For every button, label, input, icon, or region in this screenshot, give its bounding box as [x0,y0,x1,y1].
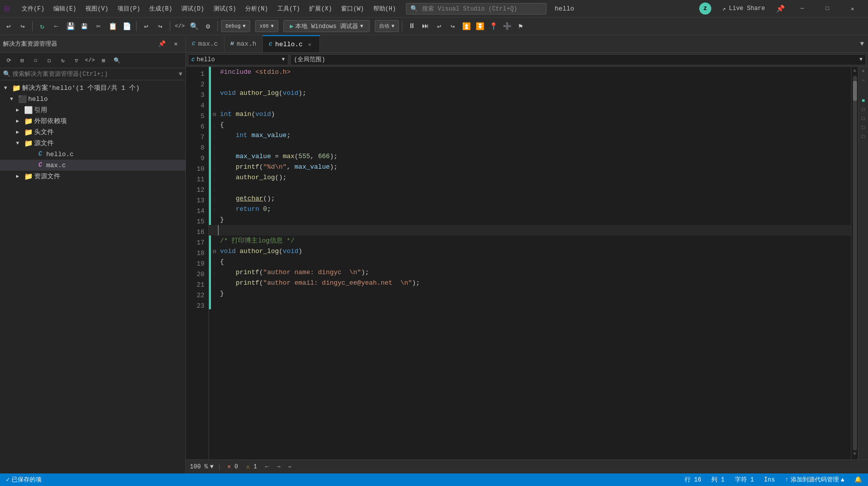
rt-btn-2[interactable]: − [859,78,867,86]
menu-tools[interactable]: 工具(T) [273,3,304,15]
debug-btn3[interactable]: ↩ [432,20,446,33]
se-search-btn[interactable]: 🔍 [111,54,124,67]
debug-btn9[interactable]: ⚑ [514,20,527,33]
save-btn[interactable]: 💾 [64,20,77,33]
hello-c-tab-close[interactable]: ✕ [305,40,313,48]
menu-window[interactable]: 窗口(W) [337,3,368,15]
minimize-button[interactable]: ─ [791,0,814,18]
menu-edit[interactable]: 编辑(E) [49,3,80,15]
se-search-dropdown[interactable]: ▼ [179,71,182,78]
debug-btn7[interactable]: 📍 [487,20,500,33]
debug-btn6[interactable]: ⏬ [473,20,486,33]
status-bell[interactable]: 🔔 [852,476,864,483]
rt-btn-1[interactable]: + [859,69,867,77]
menu-view[interactable]: 视图(V) [81,3,113,15]
se-show-all-btn[interactable]: ◻ [43,54,56,67]
run-button[interactable]: ▶ 本地 Windows 调试器 ▼ [283,20,370,32]
debug-btn1[interactable]: ⏸ [405,20,418,33]
se-collapse-btn[interactable]: ⊟ [16,54,29,67]
tree-sources[interactable]: ▼ 📁 源文件 [0,138,185,149]
cut-btn[interactable]: ✂ [92,20,105,33]
menu-test[interactable]: 测试(S) [209,3,241,15]
fold-11: │ [211,172,218,183]
tree-max-c[interactable]: C max.c [0,160,185,171]
context-dropdown[interactable]: (全局范围) ▼ [290,54,866,65]
zoom-arrow[interactable]: ▼ [210,463,213,470]
menu-debug[interactable]: 调试(D) [177,3,208,15]
se-home-btn[interactable]: ⌂ [29,54,42,67]
se-code-btn[interactable]: </> [83,54,96,67]
scrollbar[interactable]: ▲ ▼ [851,67,858,459]
se-pin-btn[interactable]: 📌 [155,37,168,50]
tree-headers[interactable]: ▶ 📁 头文件 [0,127,185,138]
tree-resources[interactable]: ▶ 📁 资源文件 [0,171,185,182]
scroll-up-btn[interactable]: ▲ [851,68,858,75]
undo-button[interactable]: ↩ [2,20,15,33]
forward-button[interactable]: ↪ [16,20,29,33]
error-indicator[interactable]: ✕ 0 [225,463,240,470]
debug-btn2[interactable]: ⏭ [419,20,432,33]
save-all-btn[interactable]: 💾 [78,20,91,33]
error-list-btn[interactable]: ⋯ [286,464,293,470]
se-sync-btn[interactable]: ⟳ [2,54,15,67]
redo-btn[interactable]: ↪ [154,20,167,33]
scroll-down-btn[interactable]: ▼ [851,451,858,458]
tree-solution[interactable]: ▼ 📁 解决方案'hello'(1 个项目/共 1 个) [0,82,185,93]
se-filter-btn[interactable]: ▽ [70,54,83,67]
platform-dropdown[interactable]: x86 ▼ [255,20,278,32]
live-share-button[interactable]: ↗ Live Share [717,3,770,15]
warning-indicator[interactable]: ⚠ 1 [244,463,259,470]
status-col[interactable]: 列 1 [709,475,726,484]
tree-external-deps[interactable]: ▶ 📁 外部依赖项 [0,115,185,127]
code-content-area[interactable]: #include <stdio.h> void author_log(void)… [209,67,851,459]
se-close-btn[interactable]: ✕ [169,37,182,50]
menu-analyze[interactable]: 分析(N) [241,3,272,15]
close-button[interactable]: ✕ [841,0,864,18]
menu-project[interactable]: 项目(P) [114,3,145,15]
search2-btn[interactable]: 🔍 [187,20,200,33]
refresh-btn[interactable]: ↻ [36,20,49,33]
debug-btn5[interactable]: ⏫ [460,20,473,33]
settings-btn[interactable]: ⚙ [201,20,214,33]
debug-btn4[interactable]: ↪ [446,20,459,33]
undo2-btn[interactable]: ↩ [140,20,153,33]
se-props-btn[interactable]: ⊞ [97,54,110,67]
paste-btn[interactable]: 📄 [120,20,133,33]
scope-dropdown[interactable]: C hello ▼ [188,54,288,65]
status-source-control[interactable]: ↑ 添加到源代码管理 ▲ [783,475,846,484]
debug-btn8[interactable]: ➕ [500,20,513,33]
menu-help[interactable]: 帮助(H) [369,3,400,15]
tree-hello-c[interactable]: C hello.c [0,149,185,160]
status-line[interactable]: 行 16 [683,475,704,484]
tab-hello-c[interactable]: C hello.c ✕ [263,35,320,53]
run-mode-dropdown[interactable]: 自动 ▼ [375,20,399,32]
rt-btn-4[interactable]: □ [859,107,867,115]
status-saved[interactable]: ✓ 已保存的项 [4,475,44,484]
debug-config-dropdown[interactable]: Debug ▼ [221,20,250,32]
tab-dropdown-btn[interactable]: ▼ [856,40,868,48]
menu-build[interactable]: 生成(B) [145,3,176,15]
menu-file[interactable]: 文件(F) [18,3,49,15]
tab-max-c[interactable]: C max.c [186,35,225,53]
rt-btn-3[interactable]: ■ [859,98,867,106]
menu-extensions[interactable]: 扩展(X) [305,3,336,15]
status-ins[interactable]: Ins [762,476,777,483]
rt-btn-6[interactable]: □ [859,125,867,133]
se-refresh-btn[interactable]: ↻ [56,54,69,67]
nav-left-btn[interactable]: ← [263,463,271,470]
copy-btn[interactable]: 📋 [106,20,119,33]
tab-max-h[interactable]: H max.h [225,35,263,53]
code-editor[interactable]: 1 2 3 4 5 6 7 8 9 10 11 12 13 14 15 16 1… [186,67,868,459]
fold-18[interactable]: ⊟ [211,246,218,257]
tree-references[interactable]: ▶ ⬜ 引用 [0,104,185,115]
back-nav[interactable]: ← [50,20,63,33]
rt-btn-7[interactable]: □ [859,134,867,142]
fold-5[interactable]: ⊟ [211,109,218,119]
maximize-button[interactable]: □ [816,0,839,18]
nav-right-btn[interactable]: → [275,463,282,470]
status-char[interactable]: 字符 1 [733,475,756,484]
search-box[interactable]: 🔍 搜索 Visual Studio (Ctrl+Q) [406,3,547,15]
tree-project[interactable]: ▼ ⬛ hello [0,93,185,104]
code-view-btn[interactable]: </> [173,20,186,33]
rt-btn-5[interactable]: □ [859,116,867,124]
